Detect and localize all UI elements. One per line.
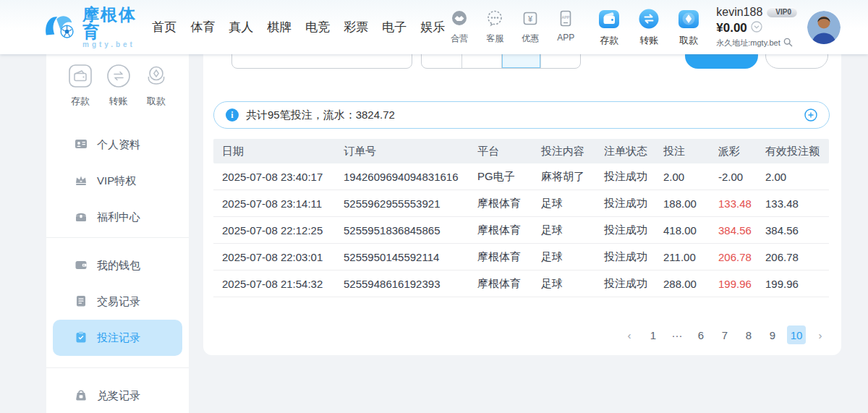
sidebar-item-redeem-records[interactable]: 兑奖记录 <box>53 378 182 413</box>
table-row: 2025-07-08 21:54:32 5255948616192393 摩根体… <box>213 271 829 297</box>
table-row: 2025-07-08 23:40:17 1942609694094831616 … <box>213 163 829 190</box>
table-row: 2025-07-08 23:14:11 5255962955553921 摩根体… <box>213 190 829 217</box>
table-header-row: 日期 订单号 平台 投注内容 注单状态 投注 派彩 有效投注额 <box>213 139 829 163</box>
cell-content: 足球 <box>541 277 604 291</box>
customer-service-link[interactable]: 客服 <box>482 9 508 45</box>
info-icon: i <box>226 108 239 122</box>
nav-item-sports[interactable]: 体育 <box>189 16 216 38</box>
nav-item-cards[interactable]: 棋牌 <box>265 16 293 38</box>
sidebar-item-profile[interactable]: 个人资料 <box>53 127 182 163</box>
summary-bar: i 共计95笔投注，流水：3824.72 <box>213 101 830 129</box>
cell-platform: 摩根体育 <box>477 277 541 291</box>
cell-status: 投注成功 <box>604 170 663 184</box>
cell-bet: 288.00 <box>663 278 718 290</box>
sidebar: 存款 转账 取款 <box>46 54 189 413</box>
username: kevin188 <box>716 7 762 18</box>
sidebar-item-bet-records[interactable]: 投注记录 <box>53 320 182 356</box>
cell-valid-bet: 133.48 <box>765 197 829 210</box>
page-6[interactable]: 6 <box>692 325 710 344</box>
col-platform: 平台 <box>477 145 541 158</box>
main-nav: 首页 体育 真人 棋牌 电竞 彩票 电子 娱乐 <box>150 16 446 38</box>
handshake-icon <box>450 9 469 31</box>
sidebar-item-vip[interactable]: VIP特权 <box>53 163 182 199</box>
col-valid-bet: 有效投注额 <box>765 145 829 158</box>
search-icon[interactable] <box>783 38 793 48</box>
cell-payout: 133.48 <box>718 197 765 210</box>
page-10[interactable]: 10 <box>787 325 806 344</box>
range-segment-4[interactable] <box>540 54 580 68</box>
partner-link[interactable]: 合营 <box>446 9 472 45</box>
sidebar-deposit-button[interactable]: 存款 <box>68 64 93 108</box>
next-page-button[interactable]: › <box>811 325 830 344</box>
cell-bet: 418.00 <box>663 224 718 237</box>
vip-level-badge: VIP0 <box>767 7 797 17</box>
nav-item-esports[interactable]: 电竞 <box>304 16 331 38</box>
prev-page-button[interactable]: ‹ <box>620 325 639 344</box>
nav-item-live[interactable]: 真人 <box>227 16 255 38</box>
balance-amount: ¥0.00 <box>716 22 747 34</box>
treasure-box-icon <box>75 210 88 225</box>
deposit-outline-icon <box>68 64 93 91</box>
cell-payout: -2.00 <box>718 171 765 183</box>
menu-divider <box>46 237 189 238</box>
deposit-button[interactable]: 存款 <box>595 8 624 47</box>
cell-status: 投注成功 <box>604 277 663 291</box>
cell-order-no: 5255951836845865 <box>344 224 477 237</box>
range-segment-1[interactable] <box>422 54 461 68</box>
wallet-icon <box>75 258 88 273</box>
page-8[interactable]: 8 <box>739 325 758 344</box>
cell-date: 2025-07-08 23:14:11 <box>222 197 344 210</box>
page-ellipsis: ··· <box>668 325 686 344</box>
cell-content: 足球 <box>541 197 604 210</box>
nav-item-lottery[interactable]: 彩票 <box>342 16 370 38</box>
balance-dropdown-icon[interactable] <box>751 21 762 35</box>
promotions-link[interactable]: ¥ 优惠 <box>517 9 543 45</box>
cell-platform: 摩根体育 <box>477 250 541 264</box>
summary-text: 共计95笔投注，流水：3824.72 <box>246 108 395 122</box>
sidebar-withdraw-button[interactable]: 取款 <box>144 64 169 108</box>
cell-payout: 384.56 <box>718 224 765 237</box>
col-bet: 投注 <box>663 145 718 158</box>
search-button[interactable] <box>685 54 758 69</box>
table-row: 2025-07-08 22:12:25 5255951836845865 摩根体… <box>213 217 829 244</box>
sidebar-item-transactions[interactable]: 交易记录 <box>53 284 182 320</box>
sidebar-item-welfare[interactable]: 福利中心 <box>53 199 182 235</box>
cell-valid-bet: 384.56 <box>765 224 829 237</box>
cell-platform: 摩根体育 <box>477 223 541 237</box>
brand-name: 摩根体育 mgty.bet <box>82 6 140 48</box>
sidebar-item-wallet[interactable]: 我的钱包 <box>53 247 182 284</box>
cell-date: 2025-07-08 22:03:01 <box>222 251 344 263</box>
page-1[interactable]: 1 <box>644 325 663 344</box>
withdraw-button[interactable]: 取款 <box>674 8 703 47</box>
cell-valid-bet: 199.96 <box>765 278 829 290</box>
app-download-link[interactable]: APP APP <box>553 9 579 45</box>
page-7[interactable]: 7 <box>715 325 734 344</box>
cell-platform: 摩根体育 <box>477 197 541 210</box>
sidebar-transfer-button[interactable]: 转账 <box>106 64 131 108</box>
expand-plus-icon[interactable] <box>804 108 817 122</box>
cell-order-no: 1942609694094831616 <box>344 171 477 183</box>
nav-item-home[interactable]: 首页 <box>150 16 178 38</box>
svg-text:APP: APP <box>562 15 570 20</box>
range-segment-2[interactable] <box>461 54 501 68</box>
nav-item-slots[interactable]: 电子 <box>380 16 408 38</box>
page-9[interactable]: 9 <box>763 325 782 344</box>
reset-button[interactable] <box>765 54 828 69</box>
sidebar-quick-actions: 存款 转账 取款 <box>46 54 189 108</box>
transfer-button[interactable]: 转账 <box>634 8 663 47</box>
cell-bet: 188.00 <box>663 197 718 210</box>
brand-logo[interactable]: 摩根体育 mgty.bet <box>43 6 140 48</box>
range-segment-3[interactable] <box>501 54 541 68</box>
avatar[interactable] <box>807 11 841 44</box>
nav-item-entertainment[interactable]: 娱乐 <box>419 16 446 38</box>
header-quick-links: 合营 客服 ¥ 优惠 <box>446 9 579 45</box>
cell-bet: 2.00 <box>663 171 718 183</box>
customer-service-icon <box>485 9 504 31</box>
table-row: 2025-07-08 22:03:01 5255950145592114 摩根体… <box>213 244 829 271</box>
svg-text:¥: ¥ <box>528 14 533 23</box>
date-range-input[interactable] <box>231 54 412 69</box>
cell-content: 麻将胡了 <box>541 170 604 184</box>
cell-content: 足球 <box>541 250 604 264</box>
bet-record-clipboard-icon <box>75 331 88 346</box>
brand-logo-icon <box>43 12 77 43</box>
